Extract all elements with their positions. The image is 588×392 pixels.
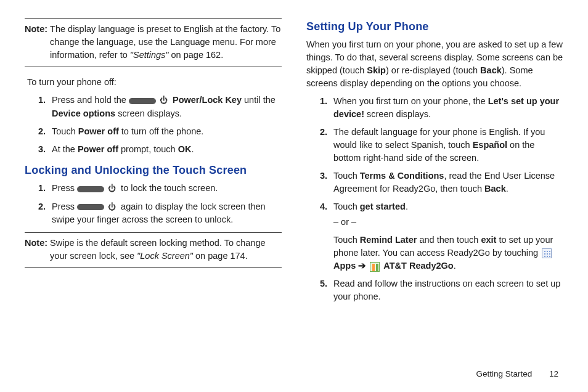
text: ) or re-displayed (touch — [386, 65, 480, 75]
text: screen displays. — [364, 109, 431, 119]
text: Touch — [333, 202, 360, 211]
note-text-after: on page 162. — [169, 50, 224, 60]
text-bold: Skip — [367, 65, 386, 75]
note-text-after: on page 174. — [193, 251, 248, 261]
step-2: Touch Power off to turn off the phone. — [38, 125, 282, 138]
text: Press and hold the — [52, 95, 129, 105]
turn-off-steps: Press and hold the ⏻ Power/Lock Key unti… — [25, 94, 282, 156]
power-lock-key-icon: ⏻ — [77, 200, 118, 213]
footer-page-number: 12 — [549, 369, 558, 378]
text: Press — [52, 183, 77, 193]
lock-steps: Press ⏻ to lock the touch screen. Press … — [25, 182, 282, 226]
text: prompt, touch — [118, 144, 178, 154]
step-3: Touch Terms & Conditions, read the End U… — [320, 169, 563, 195]
text: Touch — [333, 171, 360, 181]
power-lock-key-icon: ⏻ — [77, 182, 118, 195]
text: Touch — [333, 235, 360, 245]
text-bold: Back — [484, 184, 506, 194]
text: and then touch — [417, 235, 481, 245]
text-bold: get started — [360, 202, 406, 211]
text: When you first turn on your phone, the — [333, 96, 488, 106]
text: to lock the touch screen. — [118, 183, 218, 193]
text: . — [191, 144, 194, 154]
text: screen displays. — [115, 108, 182, 118]
ready2go-label: AT&T Ready2Go — [383, 261, 453, 271]
ready2go-icon — [370, 262, 380, 272]
text: until the — [242, 95, 276, 105]
step-4: Touch get started. – or – Touch Remind L… — [320, 200, 563, 272]
left-column: Note: The display language is preset to … — [25, 18, 282, 392]
heading-locking: Locking and Unlocking the Touch Screen — [25, 162, 282, 178]
text-bold: Power/Lock Key — [170, 95, 242, 105]
text-bold: Español — [473, 140, 507, 150]
note-label: Note: — [25, 23, 47, 62]
step-1: Press ⏻ to lock the touch screen. — [38, 182, 282, 195]
apps-grid-icon — [542, 248, 552, 258]
text-bold: Power off — [78, 144, 118, 154]
step-3: At the Power off prompt, touch OK. — [38, 143, 282, 156]
text-bold: Terms & Conditions — [360, 171, 444, 181]
note-language: Note: The display language is preset to … — [25, 18, 282, 67]
step-1: Press and hold the ⏻ Power/Lock Key unti… — [38, 94, 282, 120]
text: . — [406, 202, 408, 211]
setup-steps: When you first turn on your phone, the L… — [306, 95, 563, 303]
text-bold: Back — [480, 65, 502, 75]
note-ref: "Lock Screen" — [137, 251, 193, 261]
step-2: Press ⏻ again to display the lock screen… — [38, 200, 282, 227]
step-2: The default language for your phone is E… — [320, 126, 563, 165]
text: At the — [52, 144, 78, 154]
heading-setup: Setting Up Your Phone — [306, 18, 563, 35]
text: Touch — [52, 126, 78, 136]
note-ref: "Settings" — [130, 50, 169, 60]
text: . — [454, 261, 456, 271]
text-bold: OK — [178, 144, 192, 154]
or-divider: – or – — [333, 216, 563, 229]
text-bold: Power off — [78, 126, 119, 136]
power-lock-key-icon: ⏻ — [129, 94, 170, 107]
note-label: Note: — [25, 237, 47, 263]
arrow-icon: ➔ — [358, 261, 366, 271]
text: . — [506, 184, 508, 194]
step-4-alt: Touch Remind Later and then touch exit t… — [333, 234, 563, 272]
text: Press — [52, 202, 77, 211]
footer-section: Getting Started — [476, 369, 532, 378]
text-bold: Device options — [52, 108, 115, 118]
step-1: When you first turn on your phone, the L… — [320, 95, 563, 121]
setup-intro: When you first turn on your phone, you a… — [306, 38, 563, 90]
right-column: Setting Up Your Phone When you first tur… — [306, 18, 563, 392]
turn-off-lead: To turn your phone off: — [27, 76, 282, 89]
apps-label: Apps — [333, 261, 356, 271]
text: to turn off the phone. — [119, 126, 204, 136]
step-5: Read and follow the instructions on each… — [320, 277, 563, 303]
text: Read and follow the instructions on each… — [333, 279, 560, 301]
note-body: The display language is preset to Englis… — [50, 23, 282, 62]
note-swipe: Note: Swipe is the default screen lockin… — [25, 232, 282, 268]
page-footer: Getting Started 12 — [476, 369, 558, 378]
text-bold: Remind Later — [360, 235, 417, 245]
note-body: Swipe is the default screen locking meth… — [50, 237, 282, 263]
text-bold: exit — [481, 235, 496, 245]
